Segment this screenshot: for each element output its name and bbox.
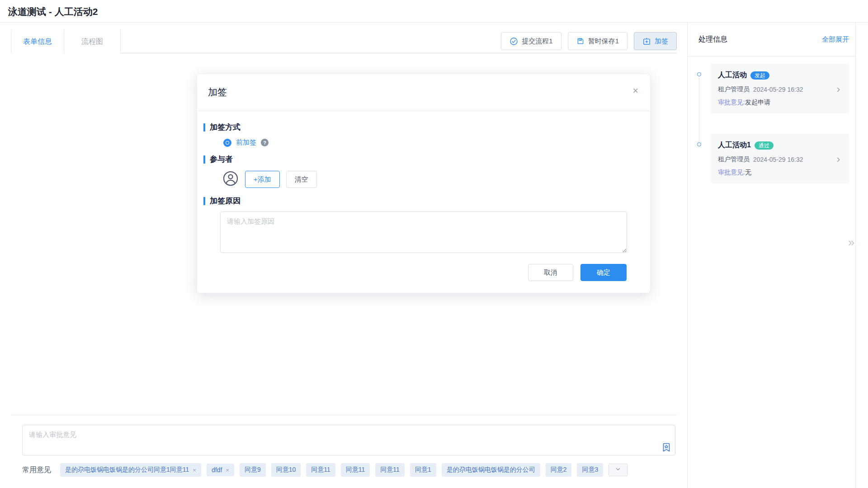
avatar-icon [222,170,239,188]
activity-user: 租户管理员 [718,155,750,164]
opinion-tag[interactable]: 同意3 [577,463,603,477]
opinion-tag[interactable]: 同意10 [271,463,301,477]
activity-opinion-row: 审批意见:无 [718,169,842,177]
activity-meta-row: 租户管理员 2024-05-29 16:32 [718,85,842,94]
app-header: 泳道测试 - 人工活动2 [0,0,868,23]
timeline-dot [697,142,701,146]
activity-meta-row: 租户管理员 2024-05-29 16:32 [718,155,842,164]
activity-name: 人工活动1 [718,141,751,150]
status-badge: 通过 [755,141,774,150]
sign-method-section-title: 加签方式 [203,122,627,132]
chevron-down-icon [615,466,621,474]
collapse-sidebar-icon[interactable]: » [848,236,854,249]
modal-close-icon[interactable]: × [632,86,638,96]
opinion-value: 发起申请 [745,99,770,106]
chevron-right-icon[interactable] [835,86,842,93]
opinion-tag[interactable]: 同意11 [375,463,405,477]
activity-opinion-row: 审批意见:发起申请 [718,99,842,107]
activity-card[interactable]: 人工活动 发起 租户管理员 2024-05-29 16:32 审批意见:发起申请 [711,64,849,113]
more-opinions-button[interactable] [609,464,627,476]
radio-label[interactable]: 前加签 [236,138,256,147]
sign-method-radio-row: 前加签 ? [223,138,627,147]
opinion-tag[interactable]: 是的尕电饭锅电饭锅是的分公司 [442,463,540,477]
reason-section-title: 加签原因 [203,196,627,206]
add-sign-modal: 加签 × 加签方式 前加签 ? 参与者 [197,74,651,293]
activity-user: 租户管理员 [718,85,750,94]
opinion-key: 审批意见: [718,99,745,106]
add-participant-button[interactable]: +添加 [245,171,280,188]
common-opinions-label: 常用意见 [22,465,51,475]
activity-title-row: 人工活动 发起 [718,70,842,80]
opinion-tag[interactable]: dfdf× [207,464,234,476]
comment-area [22,425,675,455]
radio-selected[interactable] [223,139,231,147]
activity-time: 2024-05-29 16:32 [753,156,803,163]
opinion-key: 审批意见: [718,169,745,176]
modal-footer: 取消 确定 [203,264,627,281]
common-opinions-row: 常用意见 是的尕电饭锅电饭锅是的分公司同意1同意11× dfdf× 同意9 同意… [22,463,677,477]
activity-card[interactable]: 人工活动1 通过 租户管理员 2024-05-29 16:32 审批意见:无 [711,134,849,183]
activity-name: 人工活动 [718,70,747,80]
timeline-dot [697,72,701,76]
modal-title: 加签 [208,86,227,99]
tag-close-icon[interactable]: × [226,467,229,474]
add-sign-button[interactable]: 加签 [634,32,677,50]
timeline-connector [699,77,699,143]
opinion-tag[interactable]: 同意2 [546,463,572,477]
sidebar-header: 处理信息 全部展开 [688,23,855,56]
status-badge: 发起 [750,71,769,80]
modal-body: 加签方式 前加签 ? 参与者 +添加 清 [197,111,650,293]
participants-section-title: 参与者 [203,154,627,164]
opinion-tag[interactable]: 同意11 [341,463,370,477]
tab-flowchart[interactable]: 流程图 [64,29,121,53]
activity-title-row: 人工活动1 通过 [718,141,842,150]
check-circle-icon [509,37,518,46]
page-title: 泳道测试 - 人工活动2 [8,5,98,18]
modal-header: 加签 × [197,74,650,111]
opinion-tag[interactable]: 同意1 [410,463,436,477]
approval-comment-textarea[interactable] [22,425,675,455]
save-icon [576,37,585,45]
participant-row: +添加 清空 [222,170,627,188]
tab-form-info[interactable]: 表单信息 [11,29,64,53]
workflow-window: 泳道测试 - 人工活动2 × 表单信息 流程图 提交流程1 [0,0,868,488]
bookmark-star-icon[interactable] [661,442,672,453]
opinion-tag[interactable]: 同意11 [306,463,335,477]
expand-all-link[interactable]: 全部展开 [822,35,849,44]
main-panel: 表单信息 流程图 提交流程1 [0,23,687,488]
plus-square-icon [642,37,651,46]
tag-close-icon[interactable]: × [193,467,196,474]
confirm-button[interactable]: 确定 [580,264,627,281]
divider [11,415,677,415]
reason-box [220,211,627,255]
clear-participants-button[interactable]: 清空 [286,171,317,188]
sidebar-title: 处理信息 [698,35,727,44]
process-info-sidebar: 处理信息 全部展开 人工活动 发起 租户管理员 2024-05-29 16:32… [688,23,856,488]
tab-strip: 表单信息 流程图 提交流程1 [11,29,677,53]
activity-time: 2024-05-29 16:32 [753,86,803,93]
save-draft-button[interactable]: 暂时保存1 [568,32,627,50]
opinion-tag[interactable]: 同意9 [240,463,266,477]
toolbar: 提交流程1 暂时保存1 [501,32,677,50]
opinion-value: 无 [745,169,751,176]
chevron-right-icon[interactable] [835,156,842,163]
cancel-button[interactable]: 取消 [528,264,573,281]
reason-textarea[interactable] [220,211,627,253]
help-question-icon[interactable]: ? [261,139,269,146]
submit-flow-button[interactable]: 提交流程1 [501,32,561,50]
opinion-tag[interactable]: 是的尕电饭锅电饭锅是的分公司同意1同意11× [60,463,201,477]
